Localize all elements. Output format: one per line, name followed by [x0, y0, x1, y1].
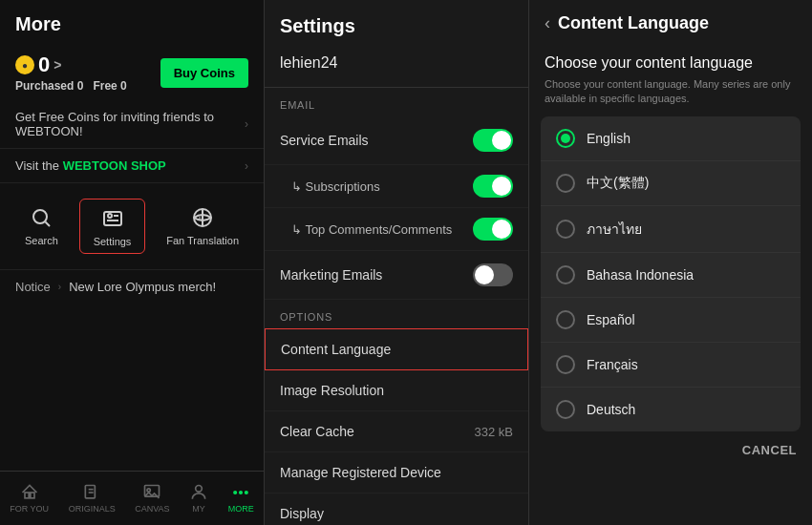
subscriptions-toggle[interactable] — [473, 175, 513, 198]
promo-row[interactable]: Get Free Coins for inviting friends to W… — [0, 100, 264, 149]
svg-point-16 — [196, 486, 203, 493]
my-label: MY — [192, 504, 205, 514]
content-language-row[interactable]: Content Language — [265, 328, 528, 370]
bottom-nav-originals[interactable]: ORIGINALS — [59, 479, 125, 517]
lang-choose-desc: Choose your content language. Many serie… — [529, 75, 812, 116]
manage-device-row[interactable]: Manage Registered Device — [265, 452, 528, 494]
lang-option-bahasa[interactable]: Bahasa Indonesia — [541, 253, 801, 298]
coins-value: 0 — [38, 52, 50, 77]
shop-link: WEBTOON SHOP — [63, 158, 166, 173]
top-comments-toggle[interactable] — [473, 218, 513, 241]
lang-espanol-label: Español — [587, 312, 635, 327]
toggle-knob-2 — [492, 177, 511, 196]
fan-translation-icon: A — [189, 204, 216, 231]
clear-cache-value: 332 kB — [475, 425, 513, 439]
lang-bahasa-label: Bahasa Indonesia — [587, 267, 694, 283]
search-icon — [28, 204, 54, 231]
svg-point-0 — [33, 210, 47, 223]
shop-row[interactable]: Visit the WEBTOON SHOP › — [0, 149, 264, 183]
marketing-emails-row[interactable]: Marketing Emails — [265, 251, 528, 300]
lang-cancel-button[interactable]: CANCEL — [742, 443, 797, 457]
nav-search[interactable]: Search — [11, 199, 72, 254]
svg-rect-10 — [31, 493, 34, 498]
toggle-knob-3 — [492, 220, 511, 239]
image-resolution-row[interactable]: Image Resolution — [265, 370, 528, 411]
radio-espanol — [556, 310, 575, 329]
svg-point-3 — [108, 214, 112, 218]
promo-text: Get Free Coins for inviting friends to W… — [15, 110, 245, 138]
bottom-nav-more[interactable]: MORE — [219, 479, 264, 517]
lang-option-francais[interactable]: Français — [541, 343, 801, 388]
lang-option-deutsch[interactable]: Deutsch — [541, 388, 801, 431]
service-emails-row[interactable]: Service Emails — [265, 116, 528, 165]
radio-francais — [556, 355, 575, 374]
bottom-nav-canvas[interactable]: CANVAS — [125, 479, 179, 517]
notice-chevron: › — [58, 282, 61, 292]
top-comments-label: ↳ Top Comments/Comments — [291, 222, 452, 237]
coins-sub: Purchased 0 Free 0 — [15, 79, 127, 93]
service-emails-label: Service Emails — [280, 133, 369, 148]
settings-username: lehien24 — [265, 47, 528, 88]
lang-thai-label: ภาษาไทย — [587, 219, 642, 240]
lang-deutsch-label: Deutsch — [587, 402, 635, 417]
lang-back-button[interactable]: ‹ — [545, 13, 550, 33]
more-label: MORE — [228, 504, 254, 514]
radio-inner-english — [561, 134, 570, 143]
svg-rect-11 — [85, 486, 95, 498]
svg-line-1 — [46, 222, 51, 227]
clear-cache-row[interactable]: Clear Cache 332 kB — [265, 411, 528, 452]
radio-chinese — [556, 174, 575, 193]
lang-option-thai[interactable]: ภาษาไทย — [541, 206, 801, 253]
bottom-nav: FOR YOU ORIGINALS CANVAS MY — [0, 471, 264, 525]
display-row[interactable]: Display — [265, 494, 528, 525]
notice-text: New Lore Olympus merch! — [69, 280, 216, 294]
lang-english-label: English — [587, 131, 630, 146]
settings-icon — [99, 205, 126, 232]
svg-rect-2 — [104, 212, 121, 225]
lang-chinese-label: 中文(繁體) — [587, 175, 649, 192]
nav-settings[interactable]: Settings — [79, 199, 146, 254]
lang-header: ‹ Content Language — [529, 0, 812, 43]
originals-label: ORIGINALS — [69, 504, 116, 514]
radio-bahasa — [556, 265, 575, 284]
svg-text:A: A — [198, 216, 202, 221]
email-section-label: EMAIL — [265, 88, 528, 116]
lang-title: Content Language — [558, 13, 709, 33]
svg-point-19 — [246, 492, 248, 494]
lang-francais-label: Français — [587, 357, 638, 372]
more-title: More — [0, 0, 264, 45]
coins-section: ● 0 > Purchased 0 Free 0 Buy Coins — [0, 45, 264, 100]
coins-info: ● 0 > Purchased 0 Free 0 — [15, 52, 127, 93]
search-label: Search — [25, 235, 58, 246]
marketing-emails-toggle[interactable] — [473, 263, 513, 286]
radio-thai — [556, 220, 575, 239]
buy-coins-button[interactable]: Buy Coins — [160, 58, 248, 88]
promo-chevron: › — [245, 117, 248, 131]
free-value: 0 — [120, 79, 127, 93]
service-emails-toggle[interactable] — [473, 129, 513, 152]
lang-cancel-row: CANCEL — [529, 435, 812, 465]
lang-option-chinese[interactable]: 中文(繁體) — [541, 161, 801, 206]
lang-option-espanol[interactable]: Español — [541, 298, 801, 343]
svg-point-15 — [147, 489, 150, 492]
options-section-label: OPTIONS — [265, 300, 528, 328]
bottom-nav-my[interactable]: MY — [180, 479, 218, 517]
bottom-nav-for-you[interactable]: FOR YOU — [0, 479, 58, 517]
content-language-label: Content Language — [281, 342, 391, 357]
subscriptions-row[interactable]: ↳ Subscriptions — [265, 165, 528, 208]
notice-label: Notice — [15, 280, 51, 294]
coins-amount-row[interactable]: ● 0 > — [15, 52, 127, 77]
purchased-value: 0 — [77, 79, 84, 93]
top-comments-row[interactable]: ↳ Top Comments/Comments — [265, 208, 528, 251]
lang-option-english[interactable]: English — [541, 116, 801, 161]
toggle-knob — [492, 131, 511, 150]
for-you-label: FOR YOU — [10, 504, 49, 514]
nav-icons-row: Search Settings A — [0, 183, 264, 270]
svg-point-17 — [234, 492, 237, 494]
subscriptions-label: ↳ Subscriptions — [291, 179, 380, 194]
radio-deutsch — [556, 400, 575, 419]
svg-rect-9 — [25, 493, 29, 498]
nav-fan-translation[interactable]: A Fan Translation — [153, 199, 252, 254]
image-resolution-label: Image Resolution — [280, 383, 384, 398]
settings-panel: Settings lehien24 EMAIL Service Emails ↳… — [265, 0, 529, 525]
